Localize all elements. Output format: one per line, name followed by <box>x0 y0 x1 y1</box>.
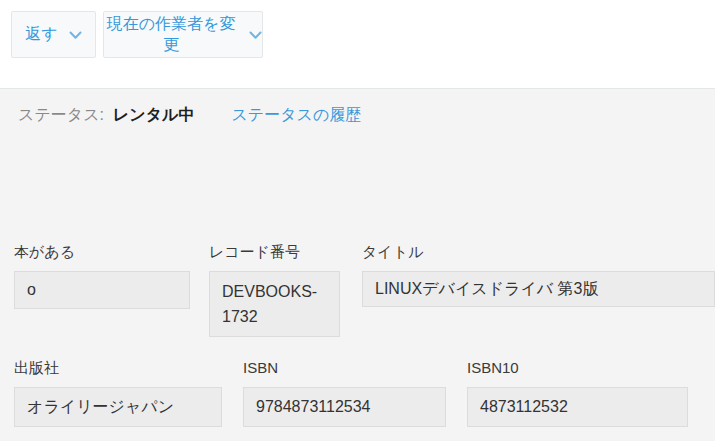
field-isbn10-label: ISBN10 <box>467 357 688 378</box>
status-history-link[interactable]: ステータスの履歴 <box>231 105 361 126</box>
status-value: レンタル中 <box>113 105 195 126</box>
status-label: ステータス: <box>18 105 104 126</box>
field-title-label: タイトル <box>362 241 715 262</box>
action-toolbar: 返す 現在の作業者を変更 <box>0 0 715 88</box>
field-record-number: レコード番号 DEVBOOKS-1732 <box>209 241 340 337</box>
change-worker-button-label: 現在の作業者を変更 <box>104 14 238 56</box>
field-isbn: ISBN 9784873112534 <box>243 357 446 427</box>
field-book-exists-value: o <box>14 271 190 309</box>
field-publisher-label: 出版社 <box>14 357 222 378</box>
field-isbn-value: 9784873112534 <box>243 387 446 427</box>
field-record-number-value: DEVBOOKS-1732 <box>209 271 340 337</box>
field-book-exists: 本がある o <box>14 241 190 309</box>
field-title: タイトル LINUXデバイスドライバ 第3版 <box>362 241 715 307</box>
field-isbn10-value: 4873112532 <box>467 387 688 427</box>
field-publisher-value: オライリージャパン <box>14 387 222 427</box>
field-book-exists-label: 本がある <box>14 241 190 262</box>
field-record-number-label: レコード番号 <box>209 241 340 262</box>
return-status-button[interactable]: 返す <box>11 11 96 58</box>
return-status-button-label: 返す <box>25 24 57 45</box>
record-detail-section: ステータス: レンタル中 ステータスの履歴 本がある o レコード番号 DEVB… <box>0 88 715 441</box>
field-isbn-label: ISBN <box>243 357 446 378</box>
chevron-down-icon[interactable] <box>69 31 82 40</box>
field-title-value: LINUXデバイスドライバ 第3版 <box>362 271 715 307</box>
status-row: ステータス: レンタル中 ステータスの履歴 <box>18 105 361 126</box>
field-isbn10: ISBN10 4873112532 <box>467 357 688 427</box>
chevron-down-icon[interactable] <box>249 31 262 40</box>
change-worker-button[interactable]: 現在の作業者を変更 <box>103 11 263 58</box>
field-publisher: 出版社 オライリージャパン <box>14 357 222 427</box>
